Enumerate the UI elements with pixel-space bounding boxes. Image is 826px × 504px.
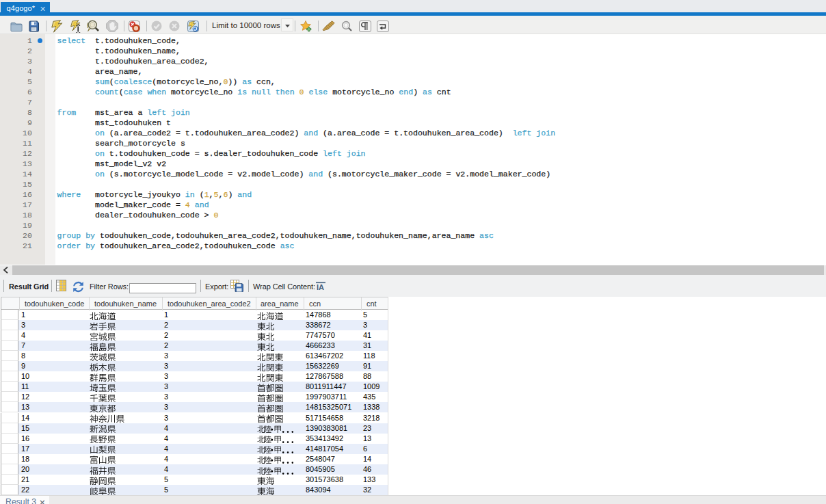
svg-text:IA: IA — [317, 283, 324, 291]
